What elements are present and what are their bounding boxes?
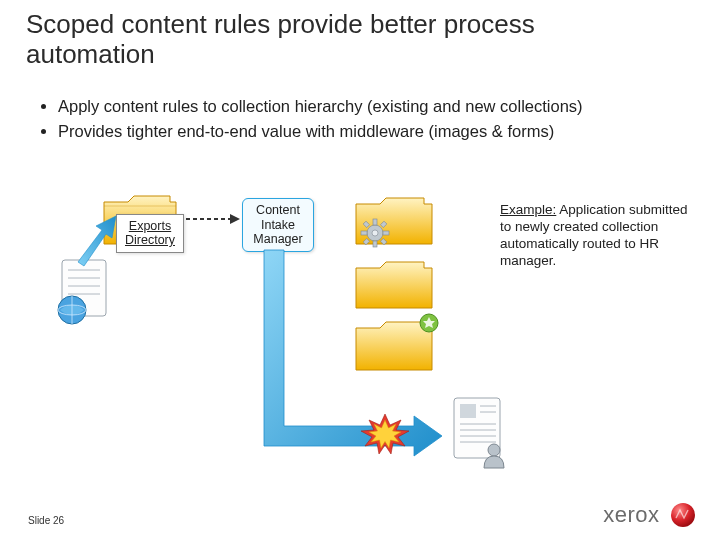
svg-rect-17	[363, 238, 369, 244]
svg-rect-16	[380, 221, 386, 227]
label-text: Exports Directory	[125, 219, 175, 247]
slide: Scoped content rules provide better proc…	[0, 0, 720, 540]
svg-rect-12	[373, 241, 377, 247]
new-starburst-icon	[356, 412, 414, 460]
folder-icon	[352, 254, 436, 314]
bullet-list: Apply content rules to collection hierar…	[40, 96, 680, 145]
svg-rect-22	[460, 404, 476, 418]
svg-point-29	[488, 444, 500, 456]
svg-point-19	[372, 230, 378, 236]
exports-directory-label: Exports Directory	[116, 214, 184, 253]
svg-rect-14	[383, 231, 389, 235]
svg-rect-11	[373, 219, 377, 225]
arrow-up-icon	[72, 216, 122, 272]
document-person-icon	[446, 394, 510, 476]
arrow-dotted-icon	[186, 212, 240, 230]
brand-logo: xerox	[603, 502, 696, 528]
slide-title: Scoped content rules provide better proc…	[26, 10, 666, 70]
svg-marker-1	[230, 214, 240, 224]
svg-rect-18	[380, 238, 386, 244]
brand-name: xerox	[603, 502, 659, 528]
content-intake-box: Content Intake Manager	[242, 198, 314, 252]
gear-icon	[360, 218, 390, 252]
slide-number: Slide 26	[28, 515, 64, 526]
label-text: Content Intake Manager	[249, 203, 307, 246]
svg-rect-15	[363, 221, 369, 227]
bullet-item: Apply content rules to collection hierar…	[58, 96, 680, 117]
example-text: Example: Application submitted to newly …	[500, 202, 700, 270]
svg-rect-13	[361, 231, 367, 235]
brand-ball-icon	[670, 502, 696, 528]
example-prefix: Example:	[500, 202, 556, 217]
folder-accent-icon	[418, 312, 440, 338]
bullet-item: Provides tighter end-to-end value with m…	[58, 121, 680, 142]
